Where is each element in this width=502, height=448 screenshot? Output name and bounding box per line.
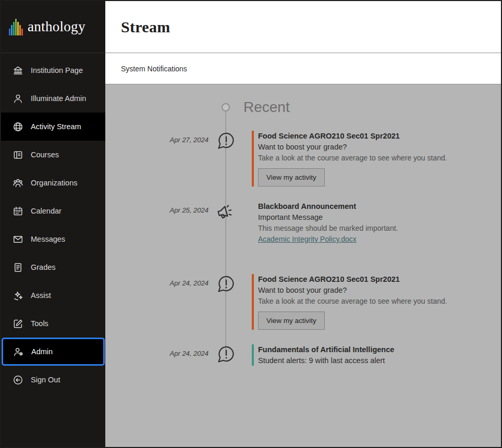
app-window: anthology Institution Page bbox=[0, 0, 502, 448]
sidebar-item-messages[interactable]: Messages bbox=[1, 225, 105, 253]
sidebar-item-admin[interactable]: Admin bbox=[2, 338, 105, 366]
page-header: Stream bbox=[105, 1, 501, 53]
sidebar-item-label: Courses bbox=[31, 151, 59, 159]
sidebar-item-label: Messages bbox=[31, 235, 65, 243]
entry-body: Fundamentals of Artificial Intelligence … bbox=[252, 344, 485, 366]
sidebar-item-label: Illuminate Admin bbox=[31, 94, 86, 103]
entry-description: Take a look at the course average to see… bbox=[258, 296, 485, 306]
sidebar-item-label: Institution Page bbox=[31, 66, 83, 74]
entry-subtitle: Want to boost your grade? bbox=[258, 142, 485, 152]
sidebar-item-courses[interactable]: Courses bbox=[1, 141, 105, 169]
main-area: Stream System Notifications Recent Apr 2… bbox=[105, 1, 501, 447]
entry-title: Food Science AGRO210 Sec01 Spr2021 bbox=[258, 131, 485, 141]
entry-subtitle: Student alerts: 9 with last access alert bbox=[258, 355, 485, 366]
entry-body: Food Science AGRO210 Sec01 Spr2021 Want … bbox=[252, 131, 485, 186]
sidebar-item-sign-out[interactable]: Sign Out bbox=[1, 366, 105, 394]
sidebar-item-calendar[interactable]: Calendar bbox=[1, 197, 105, 225]
sidebar: anthology Institution Page bbox=[1, 1, 105, 447]
sidebar-item-label: Organizations bbox=[31, 179, 77, 187]
sidebar-item-illuminate-admin[interactable]: Illuminate Admin bbox=[1, 84, 105, 113]
announcement-megaphone-icon bbox=[215, 201, 236, 222]
entry-description: Take a look at the course average to see… bbox=[258, 153, 485, 163]
pencil-square-icon bbox=[13, 318, 23, 329]
timeline-dot-icon bbox=[222, 103, 230, 111]
recent-heading: Recent bbox=[243, 99, 290, 116]
entry-date: Apr 25, 2024 bbox=[105, 206, 209, 244]
entry-title: Food Science AGRO210 Sec01 Spr2021 bbox=[258, 274, 485, 284]
sparkle-icon bbox=[13, 290, 23, 301]
anthology-wordmark: anthology bbox=[28, 19, 85, 35]
view-my-activity-button[interactable]: View my activity bbox=[258, 312, 325, 330]
sidebar-item-institution-page[interactable]: Institution Page bbox=[1, 56, 105, 84]
entry-description: This message should be marked important. bbox=[258, 223, 485, 233]
envelope-icon bbox=[13, 234, 23, 245]
entry-date: Apr 24, 2024 bbox=[105, 279, 209, 330]
person-icon bbox=[13, 93, 23, 104]
sidebar-nav: Institution Page Illuminate Admin bbox=[1, 56, 105, 394]
sidebar-item-label: Calendar bbox=[31, 207, 62, 215]
sidebar-item-grades[interactable]: Grades bbox=[1, 253, 105, 281]
stream-entry: Apr 27, 2024 Food Science AGRO210 Sec01 … bbox=[105, 131, 501, 186]
system-notifications-label: System Notifications bbox=[121, 65, 187, 73]
sidebar-item-label: Activity Stream bbox=[31, 122, 81, 131]
sidebar-item-assist[interactable]: Assist bbox=[1, 281, 105, 309]
entry-title: Blackboard Announcement bbox=[258, 201, 485, 211]
sidebar-item-label: Assist bbox=[31, 291, 51, 300]
courses-icon bbox=[13, 150, 23, 160]
sidebar-item-label: Admin bbox=[31, 347, 53, 356]
calendar-icon bbox=[13, 206, 23, 217]
alert-bubble-icon bbox=[215, 344, 236, 365]
entry-subtitle: Want to boost your grade? bbox=[258, 285, 485, 295]
anthology-logo-icon bbox=[8, 18, 24, 36]
sidebar-item-tools[interactable]: Tools bbox=[1, 309, 105, 338]
sidebar-item-activity-stream[interactable]: Activity Stream bbox=[1, 113, 105, 141]
grades-icon bbox=[13, 262, 23, 273]
organizations-icon bbox=[13, 178, 23, 189]
alert-bubble-icon bbox=[215, 131, 236, 152]
stream-entry: Apr 24, 2024 Food Science AGRO210 Sec01 … bbox=[105, 274, 501, 330]
page-title: Stream bbox=[121, 18, 170, 36]
entry-date: Apr 24, 2024 bbox=[105, 350, 209, 366]
sign-out-arrow-icon bbox=[13, 375, 23, 385]
globe-icon bbox=[13, 121, 23, 132]
entry-body: Blackboard Announcement Important Messag… bbox=[252, 201, 485, 244]
sidebar-item-label: Tools bbox=[31, 319, 48, 328]
activity-stream-panel: Recent Apr 27, 2024 Food Science AGRO210… bbox=[105, 84, 501, 447]
entry-subtitle: Important Message bbox=[258, 212, 485, 222]
sidebar-item-organizations[interactable]: Organizations bbox=[1, 169, 105, 197]
entry-title: Fundamentals of Artificial Intelligence bbox=[258, 344, 485, 355]
system-notifications-bar: System Notifications bbox=[105, 53, 501, 84]
entry-body: Food Science AGRO210 Sec01 Spr2021 Want … bbox=[252, 274, 485, 330]
entry-date: Apr 27, 2024 bbox=[105, 136, 209, 186]
sidebar-item-label: Sign Out bbox=[31, 376, 60, 384]
view-my-activity-button[interactable]: View my activity bbox=[258, 168, 325, 186]
stream-entry: Apr 25, 2024 Blackboard Announcement Imp… bbox=[105, 201, 501, 244]
attachment-link[interactable]: Academic Integrity Policy.docx bbox=[258, 235, 357, 243]
sidebar-item-label: Grades bbox=[31, 263, 56, 271]
admin-person-gear-icon bbox=[13, 346, 24, 357]
stream-entry: Apr 24, 2024 Fundamentals of Artificial … bbox=[105, 344, 501, 366]
anthology-logo[interactable]: anthology bbox=[1, 1, 105, 53]
institution-icon bbox=[13, 65, 23, 76]
alert-bubble-icon bbox=[215, 274, 236, 295]
